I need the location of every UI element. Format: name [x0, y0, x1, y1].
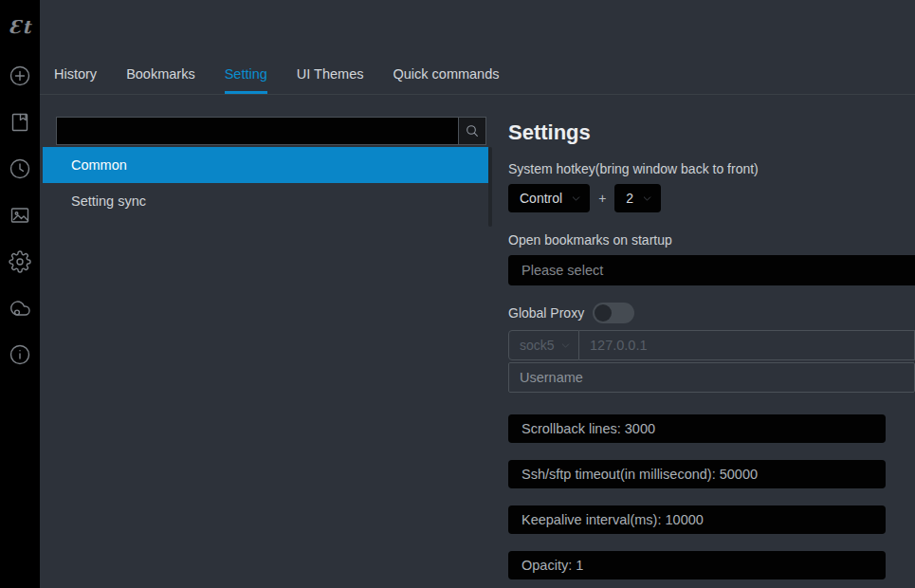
global-proxy-label: Global Proxy: [508, 305, 584, 321]
settings-nav-panel: Common Setting sync: [40, 95, 489, 588]
bookmarks-startup-label: Open bookmarks on startup: [508, 232, 915, 248]
list-scrollbar[interactable]: [488, 147, 492, 227]
tab-ui-themes[interactable]: UI Themes: [297, 66, 364, 94]
hotkey-key-select[interactable]: 2: [614, 184, 661, 212]
app-sidebar: Ɛt: [0, 0, 40, 588]
tab-setting[interactable]: Setting: [225, 66, 267, 94]
tab-bookmarks[interactable]: Bookmarks: [126, 66, 195, 94]
chevron-down-icon: [571, 193, 581, 204]
settings-searchbox: [56, 117, 486, 145]
opacity-input[interactable]: [508, 551, 886, 579]
settings-tabbar: History Bookmarks Setting UI Themes Quic…: [40, 0, 915, 95]
ssh-sftp-timeout-input[interactable]: [508, 460, 886, 488]
list-item-common[interactable]: Common: [43, 147, 488, 183]
sidebar-nav: [8, 53, 32, 367]
scrollback-lines-input[interactable]: [508, 414, 886, 443]
search-icon: [465, 123, 480, 138]
numeric-fields: [508, 414, 915, 579]
settings-search-input[interactable]: [56, 117, 458, 145]
keepalive-interval-input[interactable]: [508, 505, 886, 534]
proxy-protocol-select[interactable]: sock5: [508, 330, 579, 360]
main-area: History Bookmarks Setting UI Themes Quic…: [40, 0, 915, 588]
global-proxy-row: Global Proxy: [508, 303, 915, 323]
global-proxy-toggle[interactable]: [593, 303, 634, 323]
proxy-username-input[interactable]: [508, 362, 915, 393]
bookmarks-startup-placeholder: Please select: [522, 263, 603, 278]
toggle-knob: [595, 304, 612, 322]
electerm-logo: Ɛt: [9, 0, 31, 53]
settings-icon[interactable]: [8, 249, 32, 274]
chevron-down-icon: [560, 340, 571, 351]
hotkey-label: System hotkey(bring window back to front…: [508, 161, 915, 176]
proxy-protocol-value: sock5: [520, 338, 555, 353]
proxy-host-input[interactable]: [579, 330, 915, 360]
sync-icon[interactable]: [8, 296, 32, 321]
hotkey-key-value: 2: [626, 191, 633, 206]
search-button[interactable]: [458, 117, 486, 145]
page-title: Settings: [508, 120, 915, 145]
proxy-address-group: sock5: [508, 330, 915, 360]
tab-quick-commands[interactable]: Quick commands: [393, 66, 499, 94]
bookmarks-icon[interactable]: [8, 110, 32, 135]
chevron-down-icon: [642, 193, 652, 204]
themes-icon[interactable]: [8, 203, 32, 228]
info-icon[interactable]: [8, 342, 32, 367]
history-icon[interactable]: [8, 156, 32, 181]
hotkey-modifier-select[interactable]: Control: [508, 184, 590, 212]
hotkey-modifier-value: Control: [520, 191, 562, 206]
settings-content: Common Setting sync Settings System hotk…: [40, 95, 915, 588]
bookmarks-startup-select[interactable]: Please select: [508, 255, 915, 285]
settings-section-list: Common Setting sync: [43, 147, 488, 219]
list-item-setting-sync[interactable]: Setting sync: [43, 183, 488, 219]
hotkey-row: Control + 2: [508, 184, 915, 212]
tab-history[interactable]: History: [54, 66, 97, 94]
new-connection-icon[interactable]: [8, 64, 32, 88]
hotkey-plus: +: [598, 191, 606, 206]
settings-form-panel: Settings System hotkey(bring window back…: [489, 95, 915, 588]
